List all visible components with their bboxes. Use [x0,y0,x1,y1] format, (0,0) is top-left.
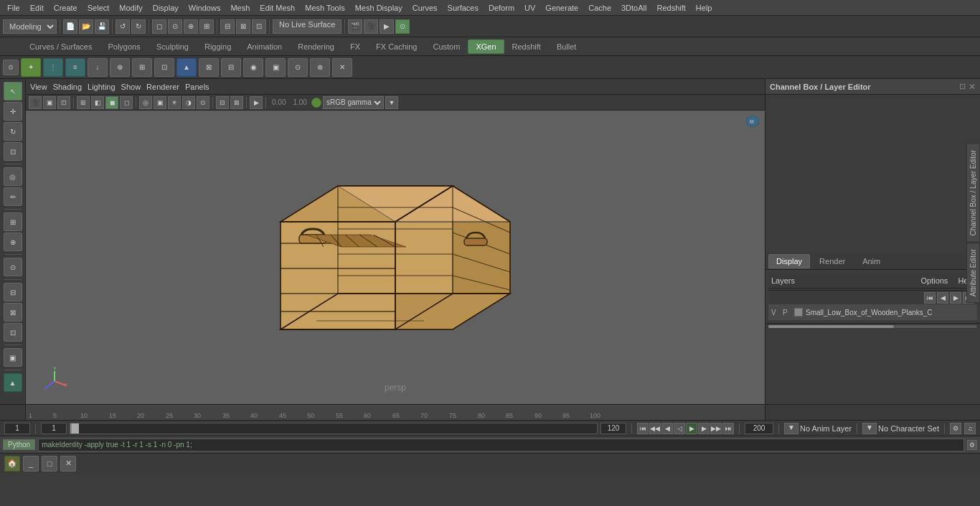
shadows-btn[interactable]: ◑ [182,96,195,109]
color-space-btn[interactable]: ⊙ [395,19,410,34]
prev-frame-btn[interactable]: ◀◀ [649,423,661,434]
display-tab[interactable]: Display [768,254,810,268]
move-tool-btn[interactable]: ✛ [4,102,22,121]
ipr-btn[interactable]: ▶ [380,19,394,34]
render-region-btn[interactable]: ▣ [4,348,22,367]
render-tab[interactable]: Render [811,254,853,268]
current-frame-input[interactable] [4,423,30,434]
tab-fx[interactable]: FX [342,39,368,54]
paint-btn[interactable]: ⊕ [184,19,198,34]
xgen-density-btn[interactable]: ≡ [65,58,85,77]
attribute-btn[interactable]: ⊡ [4,323,22,342]
menu-windows[interactable]: Windows [184,2,225,14]
close-btn[interactable]: ✕ [60,456,76,472]
menu-file[interactable]: File [3,2,24,14]
menu-mesh[interactable]: Mesh [226,2,254,14]
all-lights-btn[interactable]: ☀ [168,96,181,109]
snap-point-btn[interactable]: ⊡ [252,19,266,34]
show-manipulator-btn[interactable]: ⊙ [4,258,22,276]
head-btn[interactable]: ▲ [4,373,22,392]
menu-curves[interactable]: Curves [408,2,442,14]
panel-close-btn[interactable]: ✕ [969,82,976,92]
menu-redshift[interactable]: Redshift [652,2,689,14]
xray-btn[interactable]: ◎ [139,96,152,109]
panel-float-btn[interactable]: ⊡ [959,82,966,92]
menu-cache[interactable]: Cache [584,2,616,14]
mode-select[interactable]: Modeling [3,19,57,34]
timeline-scrubber[interactable] [70,423,598,434]
snap-btn[interactable]: ⊕ [4,233,22,251]
xgen-tool1-btn[interactable]: ↓ [88,58,108,77]
tab-polygons[interactable]: Polygons [100,39,148,54]
menu-edit-mesh[interactable]: Edit Mesh [255,2,299,14]
shading-menu[interactable]: Shading [53,83,82,91]
flat-shade-btn[interactable]: ◻ [120,96,133,109]
show-menu[interactable]: Show [121,83,141,91]
snap-curve-btn[interactable]: ⊠ [236,19,250,34]
menu-create[interactable]: Create [50,2,82,14]
renderer-menu[interactable]: Renderer [146,83,179,91]
workspace-icon[interactable]: 🏠 [4,456,20,472]
channel-box-edge-tab[interactable]: Channel Box / Layer Editor [966,144,980,243]
xgen-tool10-btn[interactable]: ⊙ [288,58,308,77]
start-frame-input[interactable] [41,423,67,434]
anim-prefs-btn[interactable]: ⚙ [950,423,961,434]
menu-generate[interactable]: Generate [541,2,583,14]
snap-grid-btn[interactable]: ⊟ [220,19,235,34]
live-surface-btn[interactable]: No Live Surface [273,19,341,34]
xgen-settings-btn[interactable]: ⚙ [3,60,19,75]
tab-redshift[interactable]: Redshift [504,39,549,54]
redo-btn[interactable]: ↻ [131,19,146,34]
xgen-tool6-btn[interactable]: ⊠ [199,58,219,77]
go-end-btn[interactable]: ⏭ [722,423,734,434]
xgen-tool4-btn[interactable]: ⊡ [154,58,174,77]
menu-mesh-display[interactable]: Mesh Display [351,2,407,14]
grid-display-btn[interactable]: ⊟ [216,96,229,109]
rotate-tool-btn[interactable]: ↻ [4,122,22,141]
grid-btn[interactable]: ⊠ [4,303,22,322]
options-label[interactable]: Options [920,276,948,285]
lasso-btn[interactable]: ⊙ [168,19,182,34]
lighting-menu[interactable]: Lighting [88,83,116,91]
menu-help[interactable]: Help [692,2,717,14]
menu-deform[interactable]: Deform [484,2,519,14]
textures-btn[interactable]: ▣ [154,96,166,109]
ao-btn[interactable]: ⊙ [197,96,209,109]
resolution-btn[interactable]: ⊡ [57,96,70,109]
nav-prev-btn[interactable]: ◀ [937,292,948,304]
color-settings-btn[interactable]: ▼ [385,96,398,109]
scale-tool-btn[interactable]: ⊡ [4,142,22,161]
xgen-tool11-btn[interactable]: ⊗ [310,58,330,77]
layout-btn[interactable]: ⊟ [4,283,22,301]
select-all-btn[interactable]: ⊞ [199,19,214,34]
wireframe-btn[interactable]: ⊞ [77,96,90,109]
paint-tool-btn[interactable]: ✏ [4,187,22,206]
xgen-tool8-btn[interactable]: ◉ [243,58,263,77]
xgen-create-btn[interactable]: ✦ [21,58,41,77]
wireframe-shade-btn[interactable]: ◧ [91,96,104,109]
menu-display[interactable]: Display [149,2,183,14]
camera-manipulator-btn[interactable]: ⊠ [230,96,243,109]
save-scene-btn[interactable]: 💾 [95,19,109,34]
tab-custom[interactable]: Custom [425,39,468,54]
playhead-marker[interactable] [72,423,79,434]
viewport-canvas[interactable]: X Y Z persp [26,111,765,404]
xgen-tool2-btn[interactable]: ⊕ [110,58,130,77]
xgen-guide-btn[interactable]: ⋮ [43,58,63,77]
select-tool-btn[interactable]: ↖ [4,82,22,100]
next-frame-btn[interactable]: ▶▶ [710,423,722,434]
menu-3dtoall[interactable]: 3DtoAll [617,2,651,14]
camera-selector-btn[interactable]: 🎥 [29,96,42,109]
menu-select[interactable]: Select [83,2,114,14]
nav-next-btn[interactable]: ▶ [950,292,961,304]
play-fwd-btn[interactable]: ▶ [686,423,697,434]
tab-xgen[interactable]: XGen [468,39,504,54]
tab-rigging[interactable]: Rigging [197,39,239,54]
soft-select-btn[interactable]: ◎ [4,167,22,186]
xgen-tool7-btn[interactable]: ⊟ [221,58,241,77]
next-key-btn[interactable]: ▶ [698,423,710,434]
xgen-tool5-btn[interactable]: ▲ [176,58,197,77]
python-settings-btn[interactable]: ⚙ [967,440,977,450]
anim-tab[interactable]: Anim [854,254,888,268]
menu-uv[interactable]: UV [520,2,540,14]
